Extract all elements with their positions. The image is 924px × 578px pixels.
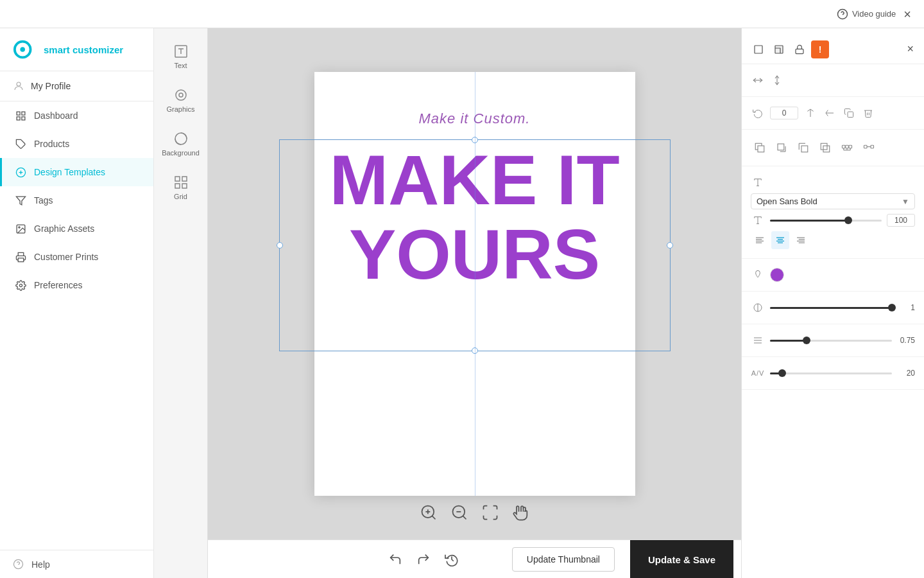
align-center-button[interactable] <box>771 231 789 249</box>
pan-button[interactable] <box>507 498 535 527</box>
font-size-slider-thumb[interactable] <box>844 216 852 224</box>
layer-icon[interactable] <box>749 40 767 58</box>
ungroup-icon[interactable] <box>860 139 878 157</box>
font-type-svg <box>753 177 763 188</box>
zoom-out-icon <box>450 504 468 521</box>
update-save-button[interactable]: Update & Save <box>630 540 733 578</box>
zoom-in-button[interactable] <box>415 498 443 527</box>
text-align-buttons <box>751 231 915 249</box>
update-thumbnail-button[interactable]: Update Thumbnail <box>512 547 615 572</box>
align-right-button[interactable] <box>792 231 810 249</box>
text-color-swatch[interactable] <box>770 268 784 282</box>
alert-icon[interactable]: ! <box>811 40 829 58</box>
vertical-position-icon <box>770 73 784 87</box>
help-circle-icon <box>837 8 848 20</box>
svg-rect-63 <box>871 145 874 148</box>
svg-rect-55 <box>843 145 846 148</box>
profile-row[interactable]: My Profile <box>0 71 153 101</box>
canvas-zoom-controls <box>415 498 535 527</box>
letter-spacing-slider[interactable] <box>770 372 892 374</box>
lock-icon[interactable] <box>791 40 809 58</box>
tool-graphics[interactable]: Graphics <box>154 78 207 122</box>
opacity-value: 1 <box>897 303 915 312</box>
line-height-slider[interactable] <box>770 340 892 342</box>
handle-bottom[interactable] <box>472 347 478 354</box>
letter-spacing-row: A/V 20 <box>751 366 915 380</box>
layer-svg-icon <box>753 44 764 55</box>
zoom-out-button[interactable] <box>445 498 474 527</box>
app-logo-icon <box>13 37 37 62</box>
font-selector[interactable]: Open Sans Bold ▼ <box>751 193 915 209</box>
tool-background[interactable]: Background <box>154 122 207 166</box>
align-center-svg <box>775 235 785 245</box>
svg-rect-5 <box>17 112 20 115</box>
flip-v-icon[interactable] <box>823 106 837 120</box>
svg-marker-13 <box>16 197 25 205</box>
font-size-slider[interactable] <box>770 220 882 222</box>
send-to-back-icon[interactable] <box>816 139 834 157</box>
props-opacity-section: 1 <box>742 292 924 324</box>
line-height-slider-thumb[interactable] <box>803 337 810 344</box>
svg-rect-56 <box>846 145 849 148</box>
sidebar-item-design-templates[interactable]: Design Templates <box>0 158 153 186</box>
tool-text[interactable]: Text <box>154 35 207 78</box>
props-position-section <box>742 64 924 97</box>
opacity-slider-thumb[interactable] <box>888 304 896 311</box>
undo-button[interactable] <box>382 547 408 572</box>
duplicate-icon[interactable] <box>842 106 856 120</box>
props-close-button[interactable]: × <box>904 40 916 58</box>
pan-icon <box>512 504 530 521</box>
sidebar-item-products[interactable]: Products <box>0 130 153 158</box>
lock-svg-icon <box>794 44 805 55</box>
background-tool-label: Background <box>162 149 200 157</box>
group-icon[interactable] <box>838 139 856 157</box>
tags-icon <box>15 195 26 206</box>
color-picker-icon <box>751 268 765 282</box>
sidebar-item-tags[interactable]: Tags <box>0 186 153 215</box>
align-left-button[interactable] <box>751 231 769 249</box>
handle-right[interactable] <box>667 242 673 249</box>
canvas-area[interactable]: Make it Custom. MAKE IT YOURS <box>208 28 741 539</box>
sidebar-item-preferences[interactable]: Preferences <box>0 271 153 299</box>
letter-spacing-slider-thumb[interactable] <box>778 369 786 377</box>
font-size-svg <box>753 215 763 225</box>
font-size-input[interactable]: 100 <box>887 214 915 227</box>
bring-forward-icon[interactable] <box>773 139 791 157</box>
rotation-input[interactable]: 0 <box>770 107 798 119</box>
sidebar-item-graphic-assets[interactable]: Graphic Assets <box>0 215 153 243</box>
history-icon <box>445 552 459 566</box>
opacity-slider-fill <box>770 307 892 309</box>
sidebar-item-help[interactable]: Help <box>0 550 153 578</box>
props-rotation-section: 0 <box>742 97 924 130</box>
canvas-wrapper[interactable]: Make it Custom. MAKE IT YOURS <box>314 72 635 496</box>
crop-icon[interactable] <box>770 40 788 58</box>
redo-button[interactable] <box>411 547 436 572</box>
svg-rect-46 <box>758 146 764 152</box>
sidebar-item-customer-prints[interactable]: Customer Prints <box>0 243 153 271</box>
fit-button[interactable] <box>476 498 504 527</box>
svg-rect-26 <box>175 177 180 181</box>
sidebar-item-dashboard[interactable]: Dashboard <box>0 101 153 130</box>
btf-svg <box>754 142 766 153</box>
products-label: Products <box>34 139 69 149</box>
tool-grid[interactable]: Grid <box>154 166 207 209</box>
bring-to-front-icon[interactable] <box>751 139 769 157</box>
delete-icon[interactable] <box>861 106 875 120</box>
svg-point-24 <box>179 93 183 97</box>
video-guide-button[interactable]: Video guide <box>837 8 896 20</box>
opacity-slider[interactable] <box>770 307 892 309</box>
save-actions: Update Thumbnail Update & Save <box>512 540 741 578</box>
left-sidebar: smart customizer My Profile Dashboard Pr… <box>0 28 154 578</box>
flip-h-icon[interactable] <box>803 106 817 120</box>
history-button[interactable] <box>439 547 465 572</box>
align-right-svg <box>796 235 806 245</box>
svg-rect-16 <box>18 258 24 261</box>
properties-panel: ! × 0 <box>741 28 924 578</box>
svg-rect-47 <box>778 144 784 150</box>
line-height-row: 0.75 <box>751 333 915 347</box>
top-bar-close-button[interactable]: × <box>903 8 911 21</box>
send-backward-icon[interactable] <box>794 139 812 157</box>
arrange-row <box>751 139 915 157</box>
text-tool-label: Text <box>174 62 187 69</box>
props-letter-spacing-section: A/V 20 <box>742 357 924 390</box>
